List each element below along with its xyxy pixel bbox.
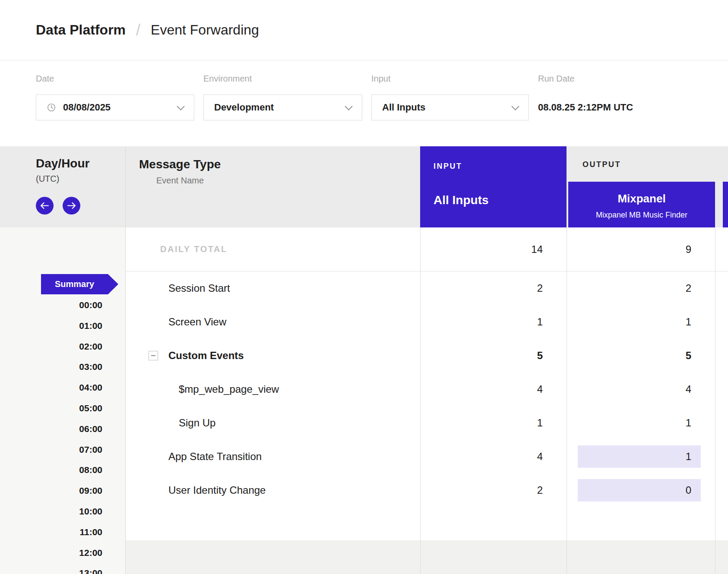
environment-dropdown[interactable]: Development	[203, 95, 362, 120]
daily-total-output-cell: 9	[567, 227, 715, 271]
hour-item[interactable]: 13:00	[0, 563, 102, 574]
hour-item[interactable]: 05:00	[0, 398, 102, 419]
event-forwarding-page: Data Platform / Event Forwarding Date 08…	[0, 0, 728, 574]
utc-subtitle: (UTC)	[36, 174, 89, 184]
arrow-left-icon	[40, 202, 49, 209]
hour-label: 01:00	[79, 321, 102, 331]
filter-bar: Date 08/08/2025 Environment Development …	[36, 61, 728, 146]
input-count: 4	[537, 451, 543, 463]
event-row: Session Start 2 2	[125, 271, 728, 305]
breadcrumb: Data Platform / Event Forwarding	[0, 0, 728, 60]
hour-label: 02:00	[79, 341, 102, 351]
hour-item[interactable]: 12:00	[0, 542, 102, 563]
hour-item[interactable]: 00:00	[0, 295, 102, 315]
hour-item[interactable]: 07:00	[0, 439, 102, 460]
output-count-cell: 1	[567, 440, 715, 473]
summary-badge[interactable]: Summary	[41, 274, 118, 294]
column-divider	[125, 146, 126, 574]
hour-item[interactable]: 03:00	[0, 356, 102, 377]
output-count: 1	[686, 417, 691, 429]
hour-list: 00:00 01:00 02:00 03:00 04:00 05:00 06:0…	[0, 295, 102, 574]
hour-item[interactable]: 06:00	[0, 419, 102, 439]
hour-label: 08:00	[79, 465, 102, 475]
chevron-down-icon	[511, 102, 519, 110]
run-date-value: 08.08.25 2:12PM UTC	[538, 95, 633, 120]
input-count-cell: 2	[420, 271, 567, 305]
input-count: 2	[537, 484, 543, 496]
hour-label: 05:00	[79, 403, 102, 413]
event-rows: Session Start 2 2 Screen View 1 1 Custom…	[125, 271, 728, 507]
breadcrumb-separator: /	[136, 21, 140, 39]
clock-icon	[47, 103, 56, 112]
hour-item[interactable]: 01:00	[0, 315, 102, 336]
breadcrumb-section-link[interactable]: Data Platform	[36, 22, 126, 38]
collapse-toggle[interactable]	[149, 351, 158, 360]
date-value: 08/08/2025	[63, 102, 111, 113]
event-row: Sign Up 1 1	[125, 406, 728, 440]
event-row: Custom Events 5 5	[125, 339, 728, 372]
hour-label: 03:00	[79, 362, 102, 372]
output-count: 5	[686, 350, 691, 362]
environment-filter-label: Environment	[203, 74, 362, 83]
input-count-cell: 1	[420, 406, 567, 440]
hour-item[interactable]: 10:00	[0, 501, 102, 522]
hour-item[interactable]: 09:00	[0, 480, 102, 501]
next-output-column-partial	[723, 182, 728, 227]
daily-total-label: DAILY TOTAL	[160, 227, 228, 271]
input-column-header[interactable]: INPUT All Inputs	[420, 146, 567, 227]
hour-label: 10:00	[79, 506, 102, 516]
arrow-right-icon	[67, 202, 76, 209]
hour-item[interactable]: 11:00	[0, 522, 102, 542]
output-column-title: Mixpanel	[568, 192, 715, 205]
hour-label: 00:00	[79, 300, 102, 310]
hour-label: 09:00	[79, 486, 102, 495]
output-column-header[interactable]: Mixpanel Mixpanel MB Music Finder	[568, 182, 715, 227]
environment-filter-group: Environment Development	[203, 74, 362, 146]
input-count: 1	[537, 316, 543, 328]
run-date-group: Run Date 08.08.25 2:12PM UTC	[538, 74, 633, 146]
event-name-subtitle: Event Name	[156, 176, 221, 186]
event-name: Sign Up	[179, 406, 215, 440]
input-count-cell: 1	[420, 305, 567, 339]
input-value: All Inputs	[382, 102, 425, 113]
output-column-label: OUTPUT	[582, 160, 621, 169]
date-dropdown[interactable]: 08/08/2025	[36, 95, 194, 120]
event-row: $mp_web_page_view 4 4	[125, 372, 728, 406]
input-count: 4	[537, 383, 543, 395]
input-count-cell: 5	[420, 339, 567, 372]
hour-label: 04:00	[79, 382, 102, 392]
next-day-button[interactable]	[63, 197, 80, 214]
input-count: 2	[537, 282, 543, 294]
input-dropdown[interactable]: All Inputs	[371, 95, 529, 120]
run-date-label: Run Date	[538, 74, 633, 83]
input-column-label: INPUT	[434, 162, 567, 171]
grid-main-area: DAILY TOTAL 14 9 Session Start 2 2 Scree…	[125, 227, 728, 574]
event-name: Session Start	[168, 271, 230, 305]
event-name: User Identity Change	[168, 473, 266, 507]
minus-icon	[151, 355, 155, 356]
date-filter-label: Date	[36, 74, 194, 83]
input-filter-group: Input All Inputs	[371, 74, 529, 146]
output-count: 1	[686, 451, 691, 463]
day-hour-title: Day/Hour	[36, 157, 89, 170]
day-hour-header: Day/Hour (UTC)	[36, 157, 89, 214]
bottom-strip	[125, 540, 728, 574]
event-name: App State Transition	[168, 440, 262, 473]
event-row: App State Transition 4 1	[125, 440, 728, 473]
hour-label: 13:00	[79, 568, 102, 574]
input-count: 5	[537, 350, 543, 362]
page-title: Event Forwarding	[151, 22, 259, 38]
output-highlight	[578, 479, 701, 501]
event-row: User Identity Change 2 0	[125, 473, 728, 507]
hour-item[interactable]: 02:00	[0, 336, 102, 357]
output-highlight	[578, 445, 701, 468]
output-count-cell: 1	[567, 406, 715, 440]
environment-value: Development	[214, 102, 274, 113]
message-type-header: Message Type Event Name	[139, 158, 221, 186]
hour-item[interactable]: 04:00	[0, 377, 102, 398]
day-nav	[36, 197, 89, 214]
prev-day-button[interactable]	[36, 197, 54, 214]
daily-total-row: DAILY TOTAL 14 9	[125, 227, 728, 271]
message-type-title: Message Type	[139, 158, 221, 171]
hour-item[interactable]: 08:00	[0, 460, 102, 480]
